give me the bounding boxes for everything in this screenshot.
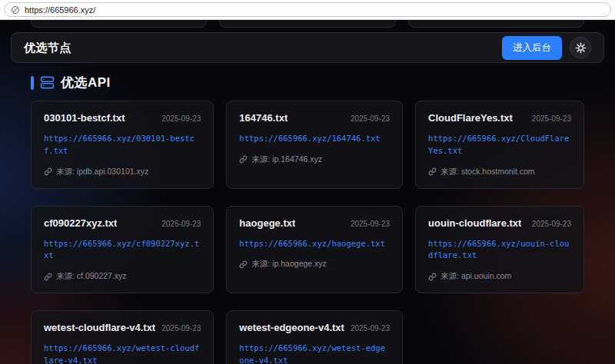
settings-button[interactable] <box>570 37 591 58</box>
card-head: 030101-bestcf.txt 2025-09-23 <box>44 112 201 124</box>
api-file-card: uouin-cloudflare.txt 2025-09-23 https://… <box>415 206 584 294</box>
partial-card <box>408 20 584 28</box>
api-file-card: wetest-edgeone-v4.txt 2025-09-23 https:/… <box>226 310 403 364</box>
file-date: 2025-09-23 <box>351 324 390 333</box>
card-head: haogege.txt 2025-09-23 <box>239 217 390 229</box>
card-source: 来源: ip.haogege.xyz <box>239 259 390 270</box>
api-file-card: haogege.txt 2025-09-23 https://665966.xy… <box>226 206 403 294</box>
file-url-link[interactable]: https://665966.xyz/uouin-cloudflare.txt <box>428 238 571 263</box>
url-text: https://665966.xyz/ <box>25 5 95 15</box>
file-source: 来源: stock.hostmonit.com <box>440 167 535 177</box>
gear-icon <box>575 42 587 54</box>
file-date: 2025-09-23 <box>161 324 201 333</box>
section-heading: 优选API <box>0 74 615 91</box>
card-head: 164746.txt 2025-09-23 <box>239 112 390 124</box>
file-source: 来源: ip.haogege.xyz <box>251 259 326 270</box>
file-name: uouin-cloudflare.txt <box>428 217 521 229</box>
api-file-card: wetest-cloudflare-v4.txt 2025-09-23 http… <box>31 310 214 364</box>
site-info-icon[interactable] <box>11 5 20 15</box>
card-head: cf090227xyz.txt 2025-09-23 <box>44 217 201 229</box>
api-file-card: 164746.txt 2025-09-23 https://665966.xyz… <box>226 101 403 189</box>
file-source: 来源: ip.164746.xyz <box>251 154 322 165</box>
page-body: 优选节点 进入后台 <box>0 20 615 364</box>
file-name: CloudFlareYes.txt <box>428 112 513 124</box>
file-date: 2025-09-23 <box>161 220 201 228</box>
partial-card <box>219 20 395 28</box>
file-url-link[interactable]: https://665966.xyz/cf090227xyz.txt <box>44 238 201 263</box>
card-head: uouin-cloudflare.txt 2025-09-23 <box>428 217 571 229</box>
file-date: 2025-09-23 <box>161 114 201 123</box>
file-url-link[interactable]: https://665966.xyz/wetest-edgeone-v4.txt <box>239 342 390 364</box>
file-name: wetest-edgeone-v4.txt <box>239 322 344 333</box>
file-source: 来源: cf.090227.xyz <box>56 271 127 282</box>
file-name: cf090227xyz.txt <box>44 217 117 229</box>
file-url-link[interactable]: https://665966.xyz/wetest-cloudflare-v4.… <box>44 342 201 364</box>
file-date: 2025-09-23 <box>532 220 571 228</box>
file-source: 来源: api.uouin.com <box>440 271 511 282</box>
card-head: wetest-cloudflare-v4.txt 2025-09-23 <box>44 322 201 333</box>
file-name: wetest-cloudflare-v4.txt <box>44 322 155 333</box>
file-url-link[interactable]: https://665966.xyz/haogege.txt <box>239 238 390 250</box>
card-source: 来源: api.uouin.com <box>428 271 571 282</box>
card-source: 来源: ipdb.api.030101.xyz <box>44 167 201 177</box>
address-bar[interactable]: https://665966.xyz/ <box>4 2 611 17</box>
section-title: 优选API <box>61 74 111 91</box>
enter-admin-button[interactable]: 进入后台 <box>502 36 562 60</box>
server-stack-icon <box>40 75 55 90</box>
partial-card <box>31 20 207 28</box>
card-source: 来源: ip.164746.xyz <box>239 154 390 165</box>
file-date: 2025-09-23 <box>351 220 390 228</box>
file-url-link[interactable]: https://665966.xyz/164746.txt <box>239 133 390 145</box>
link-icon <box>428 167 437 176</box>
file-source: 来源: ipdb.api.030101.xyz <box>56 167 148 177</box>
page-header: 优选节点 进入后台 <box>11 32 604 63</box>
file-name: 164746.txt <box>239 112 288 124</box>
header-actions: 进入后台 <box>502 36 591 60</box>
card-source: 来源: stock.hostmonit.com <box>428 167 571 177</box>
file-date: 2025-09-23 <box>532 114 571 123</box>
api-file-card: cf090227xyz.txt 2025-09-23 https://66596… <box>31 206 214 294</box>
file-name: 030101-bestcf.txt <box>44 112 125 124</box>
link-icon <box>44 273 52 281</box>
api-card-grid: 030101-bestcf.txt 2025-09-23 https://665… <box>0 91 615 364</box>
card-source: 来源: cf.090227.xyz <box>44 271 201 282</box>
file-name: haogege.txt <box>239 217 295 229</box>
page-title: 优选节点 <box>24 41 71 55</box>
link-icon <box>239 155 248 164</box>
link-icon <box>239 260 248 269</box>
api-file-card: 030101-bestcf.txt 2025-09-23 https://665… <box>31 101 214 189</box>
file-date: 2025-09-23 <box>351 114 390 123</box>
card-head: wetest-edgeone-v4.txt 2025-09-23 <box>239 322 390 333</box>
file-url-link[interactable]: https://665966.xyz/030101-bestcf.txt <box>44 133 201 157</box>
link-icon <box>428 273 437 281</box>
browser-chrome: https://665966.xyz/ <box>0 0 615 20</box>
accent-bar <box>31 76 34 90</box>
file-url-link[interactable]: https://665966.xyz/CloudFlareYes.txt <box>428 133 571 157</box>
api-file-card: CloudFlareYes.txt 2025-09-23 https://665… <box>415 101 584 189</box>
partial-card-row <box>0 20 615 28</box>
card-head: CloudFlareYes.txt 2025-09-23 <box>428 112 571 124</box>
link-icon <box>44 167 52 176</box>
